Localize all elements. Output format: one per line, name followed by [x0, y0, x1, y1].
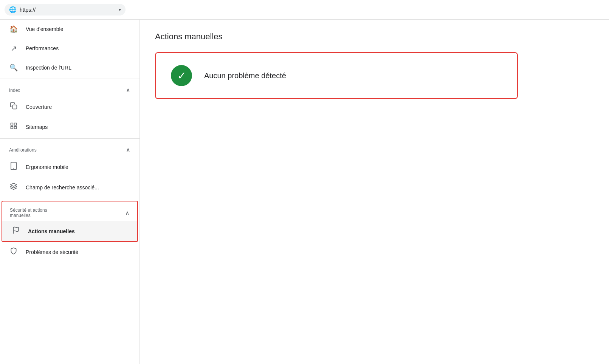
flag-icon — [11, 226, 20, 236]
section-ameliorations: Améliorations ∧ — [0, 140, 139, 156]
checkmark-icon: ✓ — [177, 70, 186, 82]
sidebar-item-label: Problèmes de sécurité — [26, 249, 78, 255]
sidebar-item-label: Performances — [26, 45, 59, 51]
section-securite: Sécurité et actions manuelles ∧ — [2, 201, 137, 221]
svg-rect-0 — [13, 105, 17, 109]
divider-2 — [0, 138, 139, 139]
section-ameliorations-label: Améliorations — [9, 147, 37, 153]
sidebar-item-label: Actions manuelles — [28, 228, 75, 234]
sidebar-item-label: Inspection de l'URL — [26, 65, 71, 71]
mobile-icon — [9, 162, 18, 172]
sidebar-item-vue-ensemble[interactable]: 🏠 Vue d'ensemble — [0, 20, 139, 39]
sidebar-item-inspection-url[interactable]: 🔍 Inspection de l'URL — [0, 58, 139, 77]
main-layout: 🏠 Vue d'ensemble ↗ Performances 🔍 Inspec… — [0, 20, 609, 364]
svg-marker-7 — [11, 183, 17, 186]
shield-icon — [9, 247, 18, 257]
success-icon-circle: ✓ — [171, 65, 192, 86]
sidebar-item-couverture[interactable]: Couverture — [0, 97, 139, 117]
content-area: Actions manuelles ✓ Aucun problème détec… — [140, 20, 609, 364]
section-index-label: Index — [9, 88, 20, 93]
chevron-down-icon: ▾ — [119, 7, 121, 12]
top-bar: 🌐 https:// ▾ — [0, 0, 609, 20]
status-card: ✓ Aucun problème détecté — [155, 52, 518, 99]
sidebar-item-label: Sitemaps — [26, 124, 48, 130]
svg-rect-1 — [11, 123, 13, 125]
divider-3 — [0, 199, 139, 199]
sidebar-item-label: Couverture — [26, 104, 52, 110]
sidebar-item-champ-recherche[interactable]: Champ de recherche associé... — [0, 177, 139, 197]
svg-rect-4 — [11, 127, 13, 129]
svg-rect-2 — [14, 123, 17, 125]
sidebar-item-label: Ergonomie mobile — [26, 164, 68, 170]
sidebar-item-label: Champ de recherche associé... — [26, 184, 99, 191]
globe-icon: 🌐 — [9, 6, 17, 13]
sidebar-item-ergonomie-mobile[interactable]: Ergonomie mobile — [0, 156, 139, 177]
layers-icon — [9, 183, 18, 192]
svg-rect-3 — [14, 127, 17, 129]
sidebar-item-actions-manuelles[interactable]: Actions manuelles — [2, 221, 137, 241]
home-icon: 🏠 — [9, 25, 18, 33]
sidebar-item-performances[interactable]: ↗ Performances — [0, 39, 139, 58]
sidebar: 🏠 Vue d'ensemble ↗ Performances 🔍 Inspec… — [0, 20, 140, 364]
sidebar-item-sitemaps[interactable]: Sitemaps — [0, 117, 139, 137]
sidebar-item-label: Vue d'ensemble — [26, 26, 63, 32]
collapse-securite-icon[interactable]: ∧ — [125, 209, 130, 217]
copy-icon — [9, 102, 18, 112]
url-bar[interactable]: 🌐 https:// ▾ — [5, 4, 126, 15]
search-icon: 🔍 — [9, 64, 18, 72]
page-title: Actions manuelles — [155, 32, 594, 42]
sidebar-item-problemes-securite[interactable]: Problèmes de sécurité — [0, 242, 139, 262]
section-index: Index ∧ — [0, 81, 139, 97]
trending-up-icon: ↗ — [9, 44, 18, 53]
url-text: https:// — [20, 7, 116, 13]
divider-1 — [0, 79, 139, 79]
sitemap-icon — [9, 122, 18, 132]
collapse-index-icon[interactable]: ∧ — [126, 87, 130, 94]
section-securite-label: Sécurité et actions manuelles — [10, 208, 47, 218]
section-securite-highlighted: Sécurité et actions manuelles ∧ Actions … — [2, 201, 138, 242]
status-text: Aucun problème détecté — [204, 71, 286, 80]
collapse-ameliorations-icon[interactable]: ∧ — [126, 146, 130, 153]
